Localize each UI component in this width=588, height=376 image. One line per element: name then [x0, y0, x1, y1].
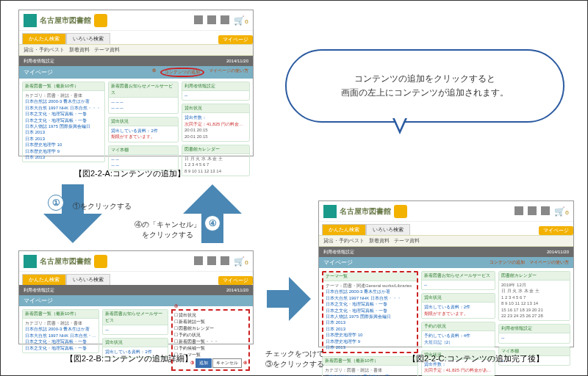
cancel-button[interactable]: キャンセル [212, 358, 242, 368]
tab-advanced-search[interactable]: いろいろ検索 [66, 274, 110, 285]
tab-simple-search[interactable]: かんたん検索 [22, 274, 66, 285]
screenshot-c: 名古屋市図書館 🛒₀ かんたん検索 いろいろ検索 マイページ 貸出・予約ベスト新… [318, 200, 574, 347]
cart-icon[interactable]: 🛒₀ [234, 256, 248, 267]
tab-advanced-search[interactable]: いろいろ検索 [366, 224, 410, 235]
checklist-item[interactable]: ☐ 新着図書一覧・・・ [174, 339, 247, 345]
user-icon[interactable] [207, 256, 216, 265]
panel-user-settings: 利用者情報設定─ [182, 82, 250, 101]
callout-bubble: コンテンツの追加をクリックすると画面の左上にコンテンツが追加されます。 [285, 49, 564, 123]
arrow-down-icon: ① [43, 184, 102, 243]
panel-shelf: マイ本棚 ─ ── ─ [108, 145, 179, 171]
bell-icon[interactable] [541, 206, 550, 215]
subbar-settings[interactable]: 利用者情報設定 [24, 58, 54, 65]
checklist-item[interactable]: ☐ 図書館カレンダー [174, 325, 247, 332]
site-title: 名古屋市図書館 [40, 15, 91, 26]
caption-a: 【図2-2-A:コンテンツの追加】 [74, 168, 185, 179]
mascot-icon [394, 205, 407, 218]
mypage-button[interactable]: マイページ [218, 276, 253, 285]
user-icon[interactable] [207, 15, 216, 24]
link-add-content[interactable]: コンテンツの追加 [160, 68, 204, 77]
user-icon[interactable] [528, 206, 537, 215]
marker-4: ④ [243, 360, 247, 366]
caption-c: 【図2-2-C:コンテンツの追加完了後】 [408, 353, 544, 364]
svg-marker-0 [43, 184, 102, 243]
arrow-right-icon [267, 277, 311, 322]
mypage-button[interactable]: マイページ [539, 226, 573, 235]
panel-theme-added: テーマ一覧 テーマ：図書・関連General works/Libraries 日… [322, 271, 418, 353]
nav-new[interactable]: 新着資料 [69, 46, 90, 54]
panel-calendar: 図書館カレンダー 日 月 火 水 木 金 土1 2 3 4 5 6 78 9 1… [182, 145, 250, 176]
logo-icon [24, 14, 37, 27]
bubble-tail-icon [392, 118, 407, 134]
cart-icon[interactable]: 🛒₀ [234, 15, 248, 26]
header: 名古屋市図書館 🛒₀ [19, 10, 253, 31]
label-mid: チェックをつけて③をクリックする [265, 349, 324, 369]
bell-icon[interactable] [220, 15, 229, 24]
panel-new-books: 新着図書一覧（最新10件） カテゴリ：図書・雑誌・書体 日本自然誌 2000-3… [22, 82, 105, 162]
home-icon[interactable] [514, 206, 523, 215]
nav-theme[interactable]: テーマ資料 [94, 46, 120, 54]
home-icon[interactable] [194, 15, 203, 24]
mascot-icon [94, 14, 107, 27]
nav-best[interactable]: 貸出・予約ベスト [24, 46, 65, 54]
screenshot-a: 名古屋市図書館 🛒₀ かんたん検索 いろいろ検索 マイページ 貸出・予約ベスト新… [18, 10, 254, 156]
marker-2: ② [174, 303, 178, 308]
logo-icon [24, 255, 37, 268]
checklist-item[interactable]: ☐ 予約候補一覧 [174, 345, 247, 352]
subbar-date: 2014/11/20 [226, 59, 248, 63]
label-step1: ①をクリックする [73, 201, 132, 212]
caption-b: 【図2-2-B:コンテンツの追加詳細】 [65, 353, 193, 364]
tab-advanced-search[interactable]: いろいろ検索 [66, 33, 110, 44]
mypage-button[interactable]: マイページ [218, 35, 253, 44]
panel-lending: 貸出状況 貸出件数：次回予定：41,825 円の料金があります。20:01 20… [182, 104, 250, 142]
marker-1: ① [152, 68, 156, 77]
checklist-item[interactable]: ☐ 新着雑誌一覧 [174, 319, 247, 325]
cart-icon[interactable]: 🛒₀ [554, 206, 569, 217]
page-title: マイページ [24, 68, 53, 76]
mascot-icon [94, 255, 107, 268]
screenshot-b: 名古屋市図書館 🛒₀ かんたん検索 いろいろ検索 マイページ 利用者情報設定20… [18, 250, 254, 344]
checklist-item[interactable]: ☐ 予約の状況 [174, 332, 247, 339]
checklist-item[interactable]: ☐ 貸出状況 [174, 312, 247, 319]
logo-icon [323, 205, 337, 218]
svg-marker-2 [267, 277, 311, 321]
link-usage[interactable]: マイページの使い方 [209, 68, 248, 77]
home-icon[interactable] [194, 256, 203, 265]
panel-mail-service: 新着図書お知らせメールサービス ─ ─ ── ─ ─ [108, 82, 179, 114]
tab-simple-search[interactable]: かんたん検索 [22, 33, 66, 44]
add-button[interactable]: 追加 [196, 358, 212, 368]
tab-simple-search[interactable]: かんたん検索 [322, 224, 366, 235]
panel-reserve: 貸出状況 貸出している資料：2件期限がすぎています。 [108, 117, 179, 142]
bell-icon[interactable] [220, 256, 229, 265]
label-step4: ④の「キャンセル」をクリックする [133, 220, 202, 240]
